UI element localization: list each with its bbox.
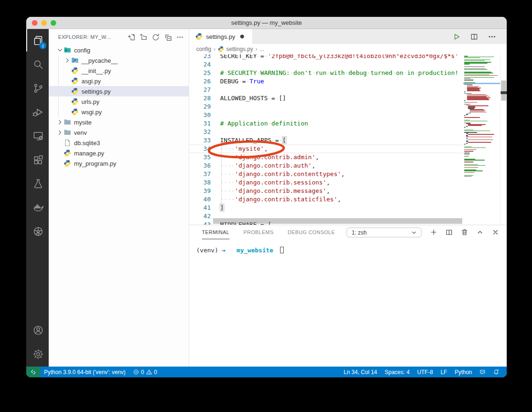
folder-python-icon <box>71 57 79 64</box>
terminal-selector-value: 1: zsh <box>352 229 367 236</box>
status-notifications[interactable] <box>489 367 503 377</box>
status-feedback[interactable] <box>476 367 489 377</box>
tab-label: settings.py <box>206 33 235 40</box>
python-icon <box>71 67 79 74</box>
breadcrumb-item-settingspy[interactable]: settings.py <box>218 46 253 52</box>
status-cursor-position[interactable]: Ln 34, Col 14 <box>340 367 381 377</box>
line-number: 28 <box>189 94 211 103</box>
code-line-32: 32 <box>189 128 463 136</box>
panel-tab-debug-console[interactable]: DEBUG CONSOLE <box>288 225 335 239</box>
activity-item-remote-explorer[interactable] <box>26 125 49 147</box>
line-number: 24 <box>189 60 211 69</box>
status-interpreter[interactable]: Python 3.9.0 64-bit ('venv': venv) <box>40 367 129 377</box>
horizontal-scrollbar[interactable] <box>213 218 462 224</box>
status-eol[interactable]: LF <box>437 367 451 377</box>
minimap-line <box>464 60 485 61</box>
activity-item-docker[interactable] <box>26 196 49 219</box>
minimap-line <box>464 82 475 83</box>
zoom-window-button[interactable] <box>51 20 56 26</box>
scrollbar-thumb[interactable] <box>501 81 506 101</box>
source-control-icon <box>32 82 44 94</box>
error-icon <box>133 369 139 375</box>
code-text: ····'django.contrib.contenttypes', <box>211 170 345 178</box>
activity-item-accounts[interactable] <box>26 319 49 341</box>
accounts-icon <box>32 324 44 336</box>
breadcrumb-item-more[interactable]: ... <box>259 46 264 52</box>
activity-item-kubernetes[interactable] <box>26 220 49 243</box>
minimize-window-button[interactable] <box>41 20 47 26</box>
activity-item-run-and-debug[interactable] <box>26 101 49 123</box>
run-python-file-button[interactable] <box>452 32 461 41</box>
maximize-panel-button[interactable] <box>476 228 484 236</box>
split-editor-button[interactable] <box>470 32 479 41</box>
minimap-line <box>468 137 492 138</box>
code-editor[interactable]: 23SECRET_KEY·=·'2fpb@0_fbct&_ylz33kz@d!t… <box>189 54 507 225</box>
minimap-line <box>466 126 468 127</box>
tree-item-config[interactable]: config <box>49 45 189 55</box>
new-file-button[interactable] <box>127 33 135 41</box>
tree-item--init-py[interactable]: __init__.py <box>49 66 189 76</box>
status-label: Python <box>455 369 472 375</box>
activity-item-source-control[interactable] <box>26 77 49 99</box>
terminal-output[interactable]: (venv) → my_website <box>189 239 507 254</box>
bell-icon <box>493 369 499 375</box>
activity-item-explorer[interactable]: 1 <box>26 29 49 52</box>
activity-item-search[interactable] <box>26 53 49 75</box>
tree-item--pycache-[interactable]: __pycache__ <box>49 55 189 66</box>
breadcrumb-item-config[interactable]: config <box>196 46 211 52</box>
activity-item-extensions[interactable] <box>26 148 49 171</box>
tree-item-db-sqlite3[interactable]: db.sqlite3 <box>49 138 189 148</box>
minimap[interactable] <box>463 54 500 225</box>
terminal-selector[interactable]: 1: zsh <box>347 228 421 237</box>
minimap-line <box>464 104 471 105</box>
minimap-line <box>464 121 488 122</box>
line-number: 43 <box>189 221 211 225</box>
minimap-line <box>464 170 483 171</box>
kill-terminal-button[interactable] <box>461 228 468 236</box>
activity-item-manage[interactable] <box>26 343 49 365</box>
tree-item-venv[interactable]: venv <box>49 127 189 138</box>
close-window-button[interactable] <box>32 20 37 26</box>
line-number: 31 <box>189 119 211 128</box>
tree-item-urls-py[interactable]: urls.py <box>49 96 189 107</box>
python-icon <box>218 46 224 52</box>
more-actions-button[interactable] <box>488 32 496 41</box>
minimap-line <box>467 90 480 91</box>
minimap-line <box>468 142 491 143</box>
new-terminal-button[interactable] <box>430 228 437 236</box>
status-problems[interactable]: 00 <box>129 367 161 377</box>
split-terminal-button[interactable] <box>445 228 453 236</box>
tree-item-my-program-py[interactable]: my_program.py <box>49 158 189 169</box>
line-number: 32 <box>189 128 211 136</box>
minimap-line <box>464 73 493 74</box>
vertical-scrollbar[interactable] <box>500 54 507 225</box>
code-text: #·Application·definition <box>211 119 308 128</box>
minimap-line <box>464 151 473 152</box>
refresh-explorer-button[interactable] <box>152 33 160 41</box>
line-number: 41 <box>189 204 211 212</box>
more-actions-button[interactable] <box>176 33 184 41</box>
tree-item-label: config <box>74 47 90 54</box>
collapse-folders-button[interactable] <box>164 33 172 41</box>
tree-item-label: mysite <box>74 119 92 126</box>
tree-item-mysite[interactable]: mysite <box>49 117 189 127</box>
status-language-mode[interactable]: Python <box>451 367 476 377</box>
close-panel-button[interactable] <box>492 228 499 236</box>
tab-settings-py[interactable]: settings.py <box>189 29 253 44</box>
tree-item-manage-py[interactable]: manage.py <box>49 148 189 158</box>
status-encoding[interactable]: UTF-8 <box>414 367 437 377</box>
new-folder-button[interactable] <box>140 33 148 41</box>
status-indentation[interactable]: Spaces: 4 <box>381 367 413 377</box>
activity-item-testing[interactable] <box>26 172 49 195</box>
tree-item-settings-py[interactable]: settings.py <box>49 86 189 96</box>
remote-explorer-icon <box>32 130 44 142</box>
panel-tab-problems[interactable]: PROBLEMS <box>244 225 273 239</box>
minimap-line <box>468 125 482 126</box>
tree-item-asgi-py[interactable]: asgi.py <box>49 76 189 86</box>
chevron-right-icon <box>56 129 64 136</box>
panel-tab-terminal[interactable]: TERMINAL <box>202 225 229 239</box>
line-number: 42 <box>189 212 211 221</box>
remote-indicator[interactable] <box>26 367 40 377</box>
file-tree: config__pycache____init__.pyasgi.pysetti… <box>49 45 189 169</box>
tree-item-wsgi-py[interactable]: wsgi.py <box>49 107 189 117</box>
